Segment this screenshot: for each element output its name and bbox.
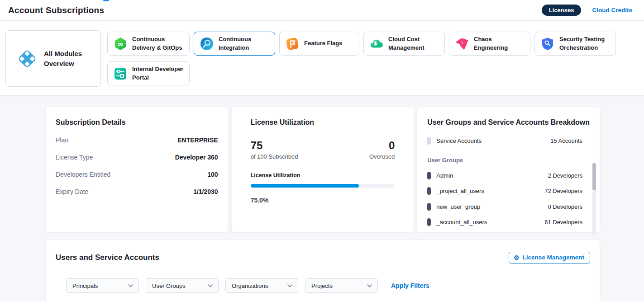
service-accounts-row: Service Accounts 15 Accounts (427, 137, 590, 145)
module-card-chaos-engineering[interactable]: Chaos Engineering (449, 32, 530, 56)
subscription-details-card: Subscription Details Plan ENTERPRISE Lic… (45, 107, 229, 232)
scrollbar-thumb[interactable] (592, 163, 596, 190)
overused-count: 0 (369, 140, 395, 151)
filters-row: Principals User Groups Organizations Pro… (66, 278, 590, 293)
module-label: Continuous Integration (219, 35, 270, 52)
user-group-row: Admin 2 Developers (427, 172, 590, 179)
module-label: Cloud Cost Management (388, 35, 440, 52)
module-card-feature-flags[interactable]: Feature Flags (279, 32, 359, 56)
detail-label: Developers Entitled (56, 171, 110, 178)
subscribed-caption: of 100 Subscribed (251, 153, 298, 160)
progress-track (251, 184, 395, 188)
chaos-engineering-icon (455, 37, 469, 51)
module-label: Continuous Delivery & GitOps (132, 35, 185, 52)
continuous-integration-icon (200, 37, 214, 51)
module-label: Security Testing Orchestration (559, 35, 611, 52)
service-accounts-pill-icon (427, 137, 431, 145)
detail-label: Plan (56, 136, 68, 144)
detail-value: Developer 360 (175, 154, 218, 161)
main-content: Subscription Details Plan ENTERPRISE Lic… (0, 95, 644, 301)
user-group-name: _account_all_users (436, 219, 539, 226)
detail-row: Expiry Date 1/1/2030 (56, 188, 218, 195)
licenses-tab[interactable]: Licenses (542, 5, 582, 16)
subscription-details-title: Subscription Details (56, 118, 218, 127)
feature-flags-icon (285, 37, 300, 51)
user-group-count: 72 Developers (544, 188, 582, 194)
user-group-pill-icon (427, 172, 431, 179)
user-group-count: 2 Developers (548, 172, 582, 179)
service-accounts-count: 15 Accounts (550, 137, 582, 144)
user-group-pill-icon (427, 187, 431, 195)
breakdown-title: User Groups and Service Accounts Breakdo… (427, 118, 590, 127)
progress-bar-label: License Utilization (251, 172, 395, 179)
user-group-name: _project_all_users (436, 188, 539, 194)
detail-value: 100 (207, 171, 218, 178)
module-label: Internal Developer Portal (132, 65, 185, 81)
utilization-stats: 75 of 100 Subscribed 0 Overused (251, 140, 395, 160)
svg-text:$: $ (373, 40, 377, 46)
dropdown-value: User Groups (152, 282, 186, 289)
clipped-breadcrumb-icon (103, 0, 109, 1)
detail-row: Developers Entitled 100 (56, 171, 218, 178)
progress-fill (251, 184, 359, 188)
module-card-internal-developer-portal[interactable]: Internal Developer Portal (107, 61, 190, 85)
detail-row: License Type Developer 360 (56, 154, 218, 161)
principals-filter-dropdown[interactable]: Principals (66, 278, 139, 293)
continuous-delivery-icon: ∞ (113, 37, 128, 51)
detail-label: License Type (56, 154, 93, 161)
apply-filters-link[interactable]: Apply Filters (391, 282, 429, 289)
organizations-filter-dropdown[interactable]: Organizations (225, 278, 298, 293)
page-header: Account Subscriptions Licenses Cloud Cre… (0, 0, 644, 21)
page-title: Account Subscriptions (8, 5, 104, 15)
user-group-pill-icon (427, 218, 431, 226)
users-section-title: Users and Service Accounts (56, 253, 159, 262)
module-label: Chaos Engineering (474, 35, 525, 52)
module-card-cd-gitops[interactable]: ∞ Continuous Delivery & GitOps (107, 32, 190, 56)
all-modules-overview-card[interactable]: All Modules Overview (5, 30, 101, 87)
security-testing-icon (540, 37, 555, 51)
chevron-down-icon (367, 284, 372, 287)
modules-grid: ∞ Continuous Delivery & GitOps Continuou… (107, 30, 616, 86)
user-group-row: _account_all_users 61 Developers (427, 218, 590, 226)
service-accounts-label: Service Accounts (436, 137, 545, 144)
cloud-credits-tab[interactable]: Cloud Credits (592, 7, 632, 14)
user-group-name: new_user_group (436, 203, 542, 210)
utilization-percent: 75.0% (251, 197, 395, 204)
module-card-cloud-cost[interactable]: $ Cloud Cost Management (363, 32, 445, 56)
users-service-accounts-card: Users and Service Accounts ⚙ License Man… (45, 240, 600, 301)
module-selector-panel: All Modules Overview ∞ Continuous Delive… (0, 21, 644, 95)
svg-text:∞: ∞ (117, 39, 123, 48)
user-group-row: new_user_group 0 Developers (427, 203, 590, 211)
internal-developer-portal-icon (113, 66, 128, 81)
dropdown-value: Principals (72, 282, 98, 289)
detail-row: Plan ENTERPRISE (56, 136, 218, 144)
user-group-pill-icon (427, 203, 431, 211)
dropdown-value: Organizations (232, 282, 268, 289)
user-group-row: _project_all_users 72 Developers (427, 187, 590, 195)
breakdown-card: User Groups and Service Accounts Breakdo… (417, 107, 600, 232)
license-utilization-card: License Utilization 75 of 100 Subscribed… (231, 107, 415, 232)
dropdown-value: Projects (311, 282, 333, 289)
cloud-cost-icon: $ (369, 37, 384, 51)
gear-icon: ⚙ (514, 254, 520, 261)
scrollbar-track (592, 163, 596, 235)
all-modules-overview-label: All Modules Overview (44, 49, 85, 69)
all-modules-icon (16, 48, 38, 70)
subscribed-count: 75 (251, 140, 298, 151)
user-groups-filter-dropdown[interactable]: User Groups (146, 278, 219, 293)
user-group-name: Admin (436, 172, 542, 179)
license-management-label: License Management (522, 254, 584, 261)
license-utilization-title: License Utilization (251, 118, 395, 127)
header-tabs: Licenses Cloud Credits (542, 5, 632, 16)
projects-filter-dropdown[interactable]: Projects (305, 278, 378, 293)
chevron-down-icon (128, 284, 133, 287)
module-label: Feature Flags (304, 39, 343, 47)
module-card-continuous-integration[interactable]: Continuous Integration (194, 32, 275, 56)
user-group-count: 0 Developers (548, 203, 582, 210)
detail-label: Expiry Date (56, 188, 88, 195)
module-card-security-testing[interactable]: Security Testing Orchestration (534, 32, 616, 56)
license-management-button[interactable]: ⚙ License Management (509, 252, 590, 263)
user-groups-heading: User Groups (427, 157, 590, 164)
detail-value: ENTERPRISE (177, 136, 218, 144)
detail-value: 1/1/2030 (193, 188, 218, 195)
